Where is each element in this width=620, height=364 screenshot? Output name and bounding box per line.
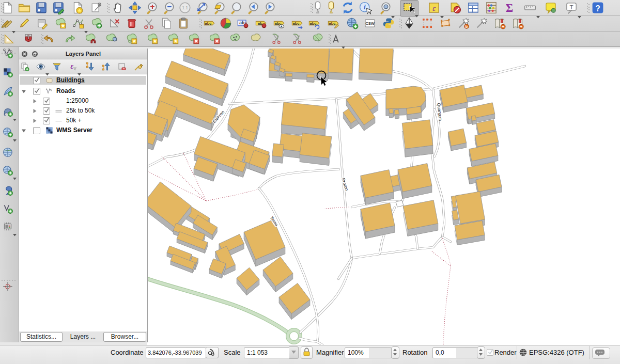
svg-text:Σ: Σ <box>506 2 513 14</box>
svg-text:i: i <box>364 3 366 11</box>
svg-text:ab: ab <box>239 20 244 25</box>
svg-text:abc: abc <box>205 21 212 26</box>
svg-text:T: T <box>569 4 573 10</box>
svg-text:ε: ε <box>432 4 436 12</box>
svg-text:abc: abc <box>329 21 336 26</box>
svg-text:?: ? <box>595 4 600 13</box>
svg-text:abc: abc <box>292 21 300 26</box>
svg-text:b: b <box>466 24 468 29</box>
svg-text:1:1: 1:1 <box>182 5 188 10</box>
svg-text:ε: ε <box>70 62 73 70</box>
svg-text:ab: ab <box>258 21 262 26</box>
svg-text:CSW: CSW <box>365 21 375 26</box>
